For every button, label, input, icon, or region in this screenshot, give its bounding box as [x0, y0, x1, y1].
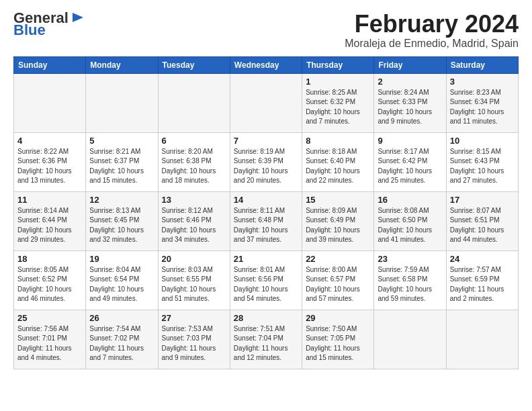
calendar-cell: 19Sunrise: 8:04 AM Sunset: 6:54 PM Dayli…	[86, 250, 158, 310]
day-info: Sunrise: 8:24 AM Sunset: 6:33 PM Dayligh…	[378, 88, 442, 127]
day-number: 11	[17, 195, 82, 205]
day-number: 3	[450, 77, 515, 87]
day-number: 29	[306, 313, 370, 323]
day-number: 15	[306, 195, 370, 205]
day-number: 6	[162, 136, 226, 146]
day-info: Sunrise: 8:19 AM Sunset: 6:39 PM Dayligh…	[234, 147, 298, 186]
day-number: 4	[17, 136, 82, 146]
day-number: 26	[89, 313, 154, 323]
day-number: 5	[89, 136, 154, 146]
day-info: Sunrise: 8:14 AM Sunset: 6:44 PM Dayligh…	[17, 206, 82, 245]
day-info: Sunrise: 7:56 AM Sunset: 7:01 PM Dayligh…	[17, 324, 82, 363]
calendar-cell: 14Sunrise: 8:11 AM Sunset: 6:48 PM Dayli…	[230, 191, 302, 250]
day-info: Sunrise: 7:53 AM Sunset: 7:03 PM Dayligh…	[162, 324, 226, 363]
header-monday: Monday	[86, 56, 158, 73]
day-number: 18	[17, 254, 82, 264]
calendar-row-3: 18Sunrise: 8:05 AM Sunset: 6:52 PM Dayli…	[14, 250, 519, 310]
calendar-cell: 1Sunrise: 8:25 AM Sunset: 6:32 PM Daylig…	[302, 73, 374, 132]
day-info: Sunrise: 8:18 AM Sunset: 6:40 PM Dayligh…	[306, 147, 370, 186]
calendar-cell: 11Sunrise: 8:14 AM Sunset: 6:44 PM Dayli…	[14, 191, 86, 250]
logo: General Blue	[13, 11, 85, 38]
calendar-cell: 15Sunrise: 8:09 AM Sunset: 6:49 PM Dayli…	[302, 191, 374, 250]
calendar-cell: 5Sunrise: 8:21 AM Sunset: 6:37 PM Daylig…	[86, 132, 158, 191]
calendar-cell: 29Sunrise: 7:50 AM Sunset: 7:05 PM Dayli…	[302, 310, 374, 369]
day-number: 2	[378, 77, 442, 87]
calendar-header-row: SundayMondayTuesdayWednesdayThursdayFrid…	[14, 56, 519, 73]
day-number: 12	[89, 195, 154, 205]
day-number: 22	[306, 254, 370, 264]
day-number: 20	[162, 254, 226, 264]
calendar-cell: 13Sunrise: 8:12 AM Sunset: 6:46 PM Dayli…	[158, 191, 230, 250]
calendar-cell: 23Sunrise: 7:59 AM Sunset: 6:58 PM Dayli…	[374, 250, 446, 310]
day-number: 24	[450, 254, 515, 264]
calendar-cell	[374, 310, 446, 369]
day-info: Sunrise: 8:13 AM Sunset: 6:45 PM Dayligh…	[89, 206, 154, 245]
day-info: Sunrise: 8:03 AM Sunset: 6:55 PM Dayligh…	[162, 265, 226, 304]
page-header: General Blue February 2024 Moraleja de E…	[13, 11, 519, 50]
calendar-cell: 24Sunrise: 7:57 AM Sunset: 6:59 PM Dayli…	[446, 250, 518, 310]
calendar-cell	[446, 310, 518, 369]
day-info: Sunrise: 7:59 AM Sunset: 6:58 PM Dayligh…	[378, 265, 442, 304]
calendar-row-1: 4Sunrise: 8:22 AM Sunset: 6:36 PM Daylig…	[14, 132, 519, 191]
month-title: February 2024	[345, 11, 519, 38]
day-info: Sunrise: 8:05 AM Sunset: 6:52 PM Dayligh…	[17, 265, 82, 304]
day-info: Sunrise: 8:01 AM Sunset: 6:56 PM Dayligh…	[234, 265, 298, 304]
calendar-cell: 8Sunrise: 8:18 AM Sunset: 6:40 PM Daylig…	[302, 132, 374, 191]
day-number: 13	[162, 195, 226, 205]
day-info: Sunrise: 8:15 AM Sunset: 6:43 PM Dayligh…	[450, 147, 515, 186]
calendar-cell	[158, 73, 230, 132]
calendar-cell: 20Sunrise: 8:03 AM Sunset: 6:55 PM Dayli…	[158, 250, 230, 310]
day-number: 23	[378, 254, 442, 264]
calendar-cell: 27Sunrise: 7:53 AM Sunset: 7:03 PM Dayli…	[158, 310, 230, 369]
svg-marker-0	[73, 13, 83, 22]
calendar-cell: 10Sunrise: 8:15 AM Sunset: 6:43 PM Dayli…	[446, 132, 518, 191]
day-info: Sunrise: 7:50 AM Sunset: 7:05 PM Dayligh…	[306, 324, 370, 363]
calendar-cell: 18Sunrise: 8:05 AM Sunset: 6:52 PM Dayli…	[14, 250, 86, 310]
day-number: 8	[306, 136, 370, 146]
calendar-cell	[14, 73, 86, 132]
day-number: 16	[378, 195, 442, 205]
calendar-row-2: 11Sunrise: 8:14 AM Sunset: 6:44 PM Dayli…	[14, 191, 519, 250]
calendar-row-4: 25Sunrise: 7:56 AM Sunset: 7:01 PM Dayli…	[14, 310, 519, 369]
logo-blue-text: Blue	[13, 23, 46, 38]
header-saturday: Saturday	[446, 56, 518, 73]
calendar-cell: 7Sunrise: 8:19 AM Sunset: 6:39 PM Daylig…	[230, 132, 302, 191]
day-info: Sunrise: 8:25 AM Sunset: 6:32 PM Dayligh…	[306, 88, 370, 127]
day-number: 28	[234, 313, 298, 323]
day-info: Sunrise: 8:21 AM Sunset: 6:37 PM Dayligh…	[89, 147, 154, 186]
header-thursday: Thursday	[302, 56, 374, 73]
calendar-cell	[230, 73, 302, 132]
day-info: Sunrise: 8:12 AM Sunset: 6:46 PM Dayligh…	[162, 206, 226, 245]
day-number: 10	[450, 136, 515, 146]
calendar-cell: 16Sunrise: 8:08 AM Sunset: 6:50 PM Dayli…	[374, 191, 446, 250]
header-friday: Friday	[374, 56, 446, 73]
day-info: Sunrise: 7:57 AM Sunset: 6:59 PM Dayligh…	[450, 265, 515, 304]
day-number: 9	[378, 136, 442, 146]
calendar-table: SundayMondayTuesdayWednesdayThursdayFrid…	[13, 56, 519, 369]
day-info: Sunrise: 8:17 AM Sunset: 6:42 PM Dayligh…	[378, 147, 442, 186]
calendar-cell: 4Sunrise: 8:22 AM Sunset: 6:36 PM Daylig…	[14, 132, 86, 191]
day-number: 21	[234, 254, 298, 264]
day-info: Sunrise: 8:00 AM Sunset: 6:57 PM Dayligh…	[306, 265, 370, 304]
day-info: Sunrise: 8:04 AM Sunset: 6:54 PM Dayligh…	[89, 265, 154, 304]
calendar-row-0: 1Sunrise: 8:25 AM Sunset: 6:32 PM Daylig…	[14, 73, 519, 132]
day-info: Sunrise: 8:23 AM Sunset: 6:34 PM Dayligh…	[450, 88, 515, 127]
calendar-cell: 3Sunrise: 8:23 AM Sunset: 6:34 PM Daylig…	[446, 73, 518, 132]
header-wednesday: Wednesday	[230, 56, 302, 73]
calendar-cell: 22Sunrise: 8:00 AM Sunset: 6:57 PM Dayli…	[302, 250, 374, 310]
calendar-cell: 26Sunrise: 7:54 AM Sunset: 7:02 PM Dayli…	[86, 310, 158, 369]
day-info: Sunrise: 8:11 AM Sunset: 6:48 PM Dayligh…	[234, 206, 298, 245]
day-number: 25	[17, 313, 82, 323]
calendar-cell: 21Sunrise: 8:01 AM Sunset: 6:56 PM Dayli…	[230, 250, 302, 310]
calendar-cell	[86, 73, 158, 132]
calendar-cell: 6Sunrise: 8:20 AM Sunset: 6:38 PM Daylig…	[158, 132, 230, 191]
day-number: 1	[306, 77, 370, 87]
calendar-cell: 2Sunrise: 8:24 AM Sunset: 6:33 PM Daylig…	[374, 73, 446, 132]
day-number: 17	[450, 195, 515, 205]
calendar-cell: 17Sunrise: 8:07 AM Sunset: 6:51 PM Dayli…	[446, 191, 518, 250]
header-sunday: Sunday	[14, 56, 86, 73]
day-info: Sunrise: 8:08 AM Sunset: 6:50 PM Dayligh…	[378, 206, 442, 245]
day-number: 14	[234, 195, 298, 205]
header-tuesday: Tuesday	[158, 56, 230, 73]
day-number: 27	[162, 313, 226, 323]
